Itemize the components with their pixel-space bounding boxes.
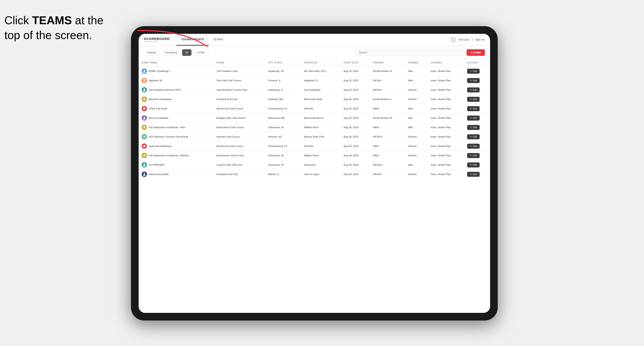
cell-start-date: Aug 28, 2023: [340, 132, 370, 142]
cell-event-name: Maverick Invitational: [138, 95, 213, 104]
cell-venue: Faribault Golf Club: [213, 95, 265, 104]
cell-gender: Men: [405, 113, 428, 123]
cell-actions: ✎ Edit: [464, 151, 490, 160]
all-button[interactable]: All: [182, 49, 192, 56]
edit-icon: ✎: [470, 107, 472, 110]
create-button[interactable]: + Create: [466, 49, 485, 56]
col-division: DIVISION: [370, 59, 406, 66]
edit-button[interactable]: ✎ Edit: [467, 116, 480, 121]
table-row: Fall Statesmen Invitational - Women Edmu…: [138, 151, 490, 160]
cell-scoring: team, Stroke Play: [428, 132, 464, 142]
svg-point-5: [144, 173, 145, 174]
cell-actions: ✎ Edit: [464, 142, 490, 151]
cell-division: NAIA: [370, 151, 406, 160]
cell-venue: Ruttger's Bay Lake Resort: [213, 113, 265, 123]
tab-tournaments[interactable]: TOURNAMENTS: [176, 34, 208, 46]
tab-teams[interactable]: TEAMS: [209, 34, 228, 46]
edit-button[interactable]: ✎ Edit: [467, 153, 480, 158]
event-name-text: Carl Sandburg Women FA23: [149, 89, 181, 91]
cell-hosted-by: William Penn: [301, 123, 340, 132]
table-header-row: EVENT NAME VENUE CITY, STATE HOSTED BY S…: [138, 59, 490, 66]
competing-button[interactable]: Competing: [161, 49, 180, 56]
cell-event-name: Morris Invitational: [138, 113, 213, 123]
cell-division: NICAA I: [370, 76, 406, 85]
cell-start-date: Aug 28, 2023: [340, 113, 370, 123]
cell-city: Faribault, MN: [265, 95, 301, 104]
filter-button[interactable]: ≡ Filter: [193, 49, 208, 56]
col-gender: GENDER: [405, 59, 428, 66]
table-row: Maverick Invitational Faribault Golf Clu…: [138, 95, 490, 104]
cell-hosted-by: Pikeville: [301, 104, 340, 113]
cell-division: NICAA I: [370, 85, 406, 95]
event-name-text: 2023 Women's Hesston Fall Kickoff: [149, 135, 188, 138]
cell-hosted-by: William Penn: [301, 151, 340, 160]
cell-scoring: team, Stroke Play: [428, 113, 464, 123]
edit-button[interactable]: ✎ Edit: [467, 69, 480, 74]
cell-start-date: Aug 25, 2023: [340, 76, 370, 85]
table-row: MSMC Qualifying 1 The Powelton Club Newb…: [138, 66, 490, 76]
team-icon: [142, 162, 147, 168]
search-input[interactable]: [356, 49, 465, 56]
cell-event-name: Fall Statesmen Invitational - Women: [138, 151, 213, 160]
cell-scoring: team, Stroke Play: [428, 66, 464, 76]
table-row: Morris Invitational Ruttger's Bay Lake R…: [138, 113, 490, 123]
edit-icon: ✎: [470, 164, 472, 166]
team-icon: [142, 106, 147, 111]
col-scoring: SCORING: [428, 59, 464, 66]
edit-icon: ✎: [470, 135, 472, 138]
edit-icon: ✎: [470, 89, 472, 91]
table-row: Highland 36 Park Hills Golf Course Freep…: [138, 76, 490, 85]
edit-button[interactable]: ✎ Edit: [467, 97, 480, 102]
edit-button[interactable]: ✎ Edit: [467, 172, 480, 177]
cell-event-name: Klash at Kokopelli: [138, 170, 213, 179]
team-icon: [142, 134, 147, 139]
cell-hosted-by: Mt. Saint Mary (NY): [301, 66, 340, 76]
cell-venue: Lake Bracken Country Club: [213, 85, 265, 95]
cell-event-name: VU PREVIEW: [138, 160, 213, 170]
edit-button[interactable]: ✎ Edit: [467, 134, 480, 139]
cell-division: NICAA II: [370, 160, 406, 170]
edit-button[interactable]: ✎ Edit: [467, 87, 480, 92]
cell-venue: Park Hills Golf Course: [213, 76, 265, 85]
hosting-button[interactable]: Hosting: [144, 49, 159, 56]
cell-scoring: team, Stroke Play: [428, 160, 464, 170]
edit-button[interactable]: ✎ Edit: [467, 106, 480, 111]
table-row: VU PREVIEW Cypress Hills Golf Club Vince…: [138, 160, 490, 170]
col-event-name: EVENT NAME: [138, 59, 213, 66]
tablet-screen: SCOREBOARD Powered by clippit TOURNAMENT…: [138, 34, 490, 313]
cell-scoring: team, Stroke Play: [428, 151, 464, 160]
col-city-state: CITY, STATE: [265, 59, 301, 66]
cell-hosted-by: John A Logan: [301, 170, 340, 179]
cell-actions: ✎ Edit: [464, 170, 490, 179]
table-row: Fall Statesmen Invitational - Men Edmund…: [138, 123, 490, 132]
edit-button[interactable]: ✎ Edit: [467, 163, 480, 168]
cell-actions: ✎ Edit: [464, 76, 490, 85]
cell-gender: Women: [405, 132, 428, 142]
cell-gender: Women: [405, 85, 428, 95]
team-icon: [142, 172, 147, 177]
cell-hosted-by: Vincennes: [301, 160, 340, 170]
cell-start-date: Aug 28, 2023: [340, 170, 370, 179]
cell-hosted-by: Pikeville: [301, 142, 340, 151]
event-name-text: Fall Statesmen Invitational - Men: [149, 126, 185, 129]
settings-icon[interactable]: ⚙: [451, 37, 456, 42]
col-hosted-by: HOSTED BY: [301, 59, 340, 66]
edit-button[interactable]: ✎ Edit: [467, 78, 480, 83]
logo-sub: Powered by clippit: [144, 40, 170, 42]
sign-out-link[interactable]: Sign out: [475, 38, 485, 41]
event-name-text: upike fall invitational: [149, 145, 171, 147]
logo-text: SCOREBOARD: [144, 37, 170, 40]
team-icon: [142, 153, 147, 158]
edit-icon: ✎: [470, 126, 472, 129]
team-icon: [142, 115, 147, 121]
cell-event-name: UPKE Fall Invite: [138, 104, 213, 113]
edit-button[interactable]: ✎ Edit: [467, 144, 480, 149]
cell-venue: Cypress Hills Golf Club: [213, 160, 265, 170]
cell-start-date: Aug 24, 2023: [340, 66, 370, 76]
cell-division: NAIA: [370, 142, 406, 151]
cell-event-name: 2023 Women's Hesston Fall Kickoff: [138, 132, 213, 142]
cell-start-date: Aug 28, 2023: [340, 95, 370, 104]
filter-icon: ≡: [196, 51, 198, 54]
edit-button[interactable]: ✎ Edit: [467, 125, 480, 130]
cell-division: NAIA: [370, 123, 406, 132]
